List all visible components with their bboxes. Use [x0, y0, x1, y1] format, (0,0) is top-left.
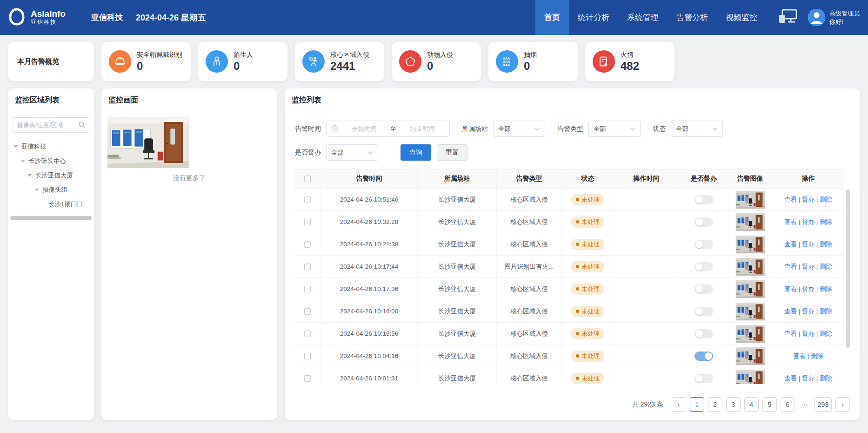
- supervise-toggle[interactable]: [694, 329, 713, 338]
- page-button-5[interactable]: 5: [762, 397, 777, 412]
- row-checkbox[interactable]: [304, 286, 311, 292]
- page-button-4[interactable]: 4: [744, 397, 759, 412]
- user-avatar[interactable]: [808, 9, 825, 26]
- row-action-links[interactable]: 查看 | 督办 | 删除: [784, 263, 832, 271]
- row-action-links[interactable]: 查看 | 督办 | 删除: [784, 196, 832, 204]
- status-badge: 未处理: [571, 284, 604, 295]
- prev-page-button[interactable]: ‹: [672, 397, 686, 412]
- row-checkbox[interactable]: [304, 196, 311, 203]
- cell-status: 未处理: [562, 189, 614, 210]
- site-select[interactable]: 全部: [493, 121, 545, 137]
- page-button-1[interactable]: 1: [690, 397, 704, 412]
- cell-alarm-image: [728, 233, 772, 255]
- supervise-select[interactable]: 全部: [326, 144, 378, 161]
- supervise-toggle[interactable]: [694, 307, 713, 316]
- alarm-snapshot-thumbnail[interactable]: [736, 257, 765, 276]
- supervise-toggle[interactable]: [694, 352, 713, 361]
- cell-actions: 查看 | 督办 | 删除: [772, 367, 844, 384]
- tree-node-2[interactable]: 长沙亚信大厦: [8, 168, 94, 183]
- next-page-button[interactable]: ›: [835, 397, 850, 412]
- tree-node-3[interactable]: 摄像头组: [8, 183, 94, 197]
- row-action-links[interactable]: 查看 | 督办 | 删除: [784, 307, 832, 316]
- asiainfo-logo-icon: [7, 7, 26, 28]
- status-select[interactable]: 全部: [671, 121, 723, 137]
- caret-down-icon[interactable]: [20, 160, 25, 162]
- page-button-6[interactable]: 6: [781, 397, 795, 412]
- row-action-links[interactable]: 查看 | 督办 | 删除: [784, 218, 832, 226]
- tree-node-0[interactable]: 亚信科技: [8, 139, 94, 154]
- tree-node-4[interactable]: 长沙1楼门口: [8, 197, 94, 211]
- supervise-toggle[interactable]: [694, 262, 713, 271]
- search-button[interactable]: 查询: [401, 144, 431, 161]
- nav-item-1[interactable]: 统计分析: [569, 0, 618, 35]
- row-checkbox[interactable]: [304, 331, 311, 337]
- caret-down-icon[interactable]: [13, 145, 18, 148]
- last-page-button[interactable]: 293: [815, 397, 832, 412]
- row-action-links[interactable]: 查看 | 督办 | 删除: [784, 330, 832, 338]
- supervise-toggle[interactable]: [694, 195, 713, 204]
- alarm-snapshot-thumbnail[interactable]: [736, 369, 765, 385]
- supervise-toggle[interactable]: [694, 240, 713, 249]
- nav-item-2[interactable]: 系统管理: [618, 0, 668, 35]
- alarm-snapshot-thumbnail[interactable]: [736, 302, 765, 321]
- cell-op-time: [614, 345, 679, 367]
- tree-node-1[interactable]: 长沙研发中心: [8, 154, 94, 168]
- camera-snapshot-thumbnail[interactable]: [107, 117, 189, 168]
- page-button-2[interactable]: 2: [708, 397, 722, 412]
- alarm-snapshot-thumbnail[interactable]: [736, 235, 765, 254]
- page-button-3[interactable]: 3: [726, 397, 741, 412]
- brand: AsiaInfo 亚信科技: [7, 7, 66, 28]
- row-action-links[interactable]: 查看 | 督办 | 删除: [784, 374, 832, 383]
- table-vertical-scrollbar[interactable]: [846, 189, 850, 348]
- row-checkbox[interactable]: [304, 375, 311, 382]
- toggle-knob: [695, 375, 703, 382]
- table-header: 告警时间 所属场站 告警类型 状态 操作时间 是否督办 告警图像 操作: [294, 169, 844, 189]
- supervise-toggle[interactable]: [694, 284, 713, 294]
- alarm-snapshot-thumbnail[interactable]: [736, 280, 765, 298]
- status-select-value: 全部: [676, 125, 688, 133]
- site-label: 所属场站: [462, 125, 488, 133]
- row-checkbox[interactable]: [304, 308, 311, 315]
- nav-item-3[interactable]: 告警分析: [668, 0, 717, 35]
- cell-site: 长沙亚信大厦: [418, 300, 497, 322]
- table-row: 2024-04-26 10:17:44长沙亚信大厦图片识别出有火...未处理查看…: [294, 256, 844, 278]
- nav-item-0[interactable]: 首页: [535, 0, 569, 35]
- reset-button[interactable]: 重置: [437, 144, 467, 161]
- row-checkbox[interactable]: [304, 353, 311, 359]
- supervise-toggle[interactable]: [694, 217, 713, 227]
- cell-supervise: [679, 278, 728, 300]
- row-checkbox[interactable]: [304, 241, 311, 248]
- supervise-toggle[interactable]: [694, 374, 713, 383]
- no-more-text: 没有更多了: [107, 174, 271, 183]
- alarm-type-select[interactable]: 全部: [588, 121, 641, 137]
- alarm-time-range-input[interactable]: 开始时间 至 结束时间: [326, 121, 450, 137]
- search-icon[interactable]: [78, 121, 86, 130]
- alarm-snapshot-thumbnail[interactable]: [736, 347, 765, 365]
- col-header-op-time: 操作时间: [614, 169, 679, 188]
- row-checkbox[interactable]: [304, 264, 311, 270]
- filter-bar: 告警时间 开始时间 至 结束时间 所属场站 全部: [285, 111, 860, 161]
- top-navbar: AsiaInfo 亚信科技 亚信科技 2024-04-26 星期五 首页统计分析…: [0, 0, 868, 35]
- col-header-site: 所属场站: [418, 169, 497, 188]
- monitor-wall-icon[interactable]: [778, 9, 798, 27]
- cell-alarm-image: [728, 367, 772, 384]
- row-action-links[interactable]: 查看 | 督办 | 删除: [784, 240, 832, 249]
- tree-node-label: 长沙研发中心: [28, 157, 66, 165]
- status-badge: 未处理: [571, 194, 604, 205]
- row-action-links[interactable]: 查看 | 督办 | 删除: [784, 285, 832, 293]
- alarm-snapshot-thumbnail[interactable]: [736, 325, 765, 343]
- alarm-snapshot-thumbnail[interactable]: [736, 213, 765, 231]
- row-checkbox[interactable]: [304, 219, 311, 225]
- caret-down-icon[interactable]: [27, 174, 32, 177]
- tree-horizontal-scrollbar[interactable]: [10, 216, 92, 220]
- cell-site: 长沙亚信大厦: [418, 345, 497, 367]
- nav-item-4[interactable]: 视频监控: [717, 0, 766, 35]
- row-action-links[interactable]: 查看 | 删除: [793, 352, 823, 360]
- select-all-checkbox[interactable]: [304, 176, 311, 182]
- caret-down-icon[interactable]: [34, 189, 39, 191]
- toggle-knob: [695, 241, 703, 248]
- table-row: 2024-04-26 10:04:16长沙亚信大厦核心区域入侵未处理查看 | 删…: [294, 345, 844, 367]
- cell-checkbox: [294, 367, 321, 384]
- cell-status: 未处理: [562, 256, 614, 277]
- alarm-snapshot-thumbnail[interactable]: [736, 190, 765, 209]
